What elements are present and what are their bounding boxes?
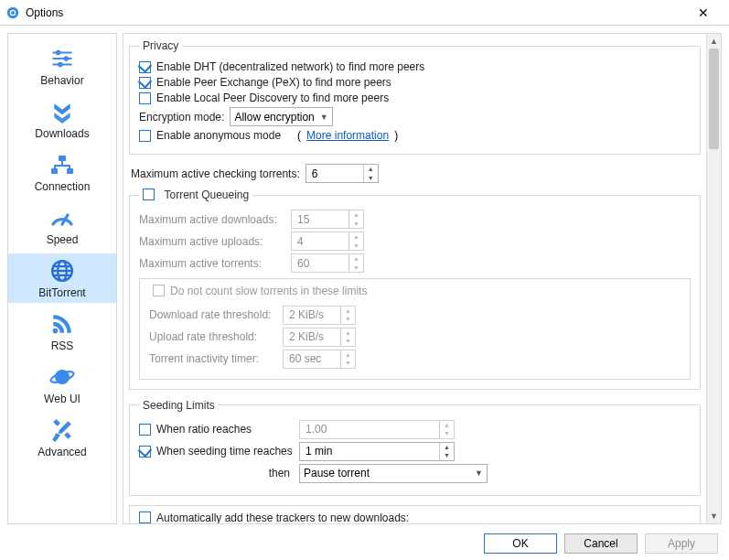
queueing-enable-checkbox[interactable]: [143, 188, 155, 200]
svg-rect-14: [54, 165, 56, 168]
sidebar-item-label: Speed: [47, 233, 79, 246]
planet-icon: [48, 363, 77, 391]
network-icon: [48, 151, 77, 178]
svg-rect-15: [69, 165, 70, 168]
seeding-time-spin[interactable]: 1 min ▲▼: [299, 442, 455, 461]
lpd-checkbox[interactable]: [139, 92, 151, 104]
spin-down-icon: ▼: [341, 359, 355, 368]
chevrons-down-icon: [48, 98, 77, 125]
cancel-button[interactable]: Cancel: [564, 533, 638, 554]
svg-point-7: [64, 56, 70, 61]
pex-label[interactable]: Enable Peer Exchange (PeX) to find more …: [156, 76, 391, 89]
paren-open: (: [297, 129, 301, 142]
close-button[interactable]: ✕: [683, 0, 724, 26]
scroll-up-icon[interactable]: ▲: [707, 34, 721, 48]
svg-rect-11: [67, 168, 73, 174]
max-checking-spin[interactable]: 6 ▲▼: [306, 164, 379, 183]
sidebar-item-behavior[interactable]: Behavior: [8, 41, 116, 91]
spin-up-icon: ▲: [349, 210, 363, 220]
spin-down-icon[interactable]: ▼: [364, 174, 378, 183]
vertical-scrollbar[interactable]: ▲ ▼: [706, 34, 721, 523]
inactivity-spin: 60 sec ▲▼: [283, 350, 356, 369]
group-legend: Seeding Limits: [139, 399, 219, 412]
sidebar-item-speed[interactable]: Speed: [8, 200, 116, 250]
svg-point-20: [53, 328, 59, 334]
spin-down-icon: ▼: [440, 429, 454, 438]
settings-panel: Privacy Enable DHT (decentralized networ…: [123, 33, 722, 524]
ratio-label[interactable]: When ratio reaches: [156, 423, 294, 436]
spin-up-icon: ▲: [341, 328, 355, 338]
svg-point-8: [58, 62, 63, 68]
spin-up-icon: ▲: [349, 254, 363, 264]
auto-trackers-group: Automatically add these trackers to new …: [129, 505, 701, 524]
pex-checkbox[interactable]: [139, 77, 151, 89]
group-legend: Privacy: [139, 39, 182, 52]
then-action-select[interactable]: Pause torrent ▼: [299, 464, 488, 483]
sidebar-item-downloads[interactable]: Downloads: [8, 94, 116, 144]
max-downloads-spin: 15 ▲▼: [291, 210, 364, 229]
spin-down-icon: ▼: [349, 264, 363, 273]
spin-down-icon: ▼: [341, 315, 355, 324]
dht-label[interactable]: Enable DHT (decentralized network) to fi…: [156, 60, 424, 73]
spin-down-icon: ▼: [349, 220, 363, 229]
spin-value: 1.00: [306, 423, 327, 436]
seeding-limits-group: Seeding Limits When ratio reaches 1.00 ▲…: [129, 399, 701, 496]
ratio-spin: 1.00 ▲▼: [299, 420, 455, 439]
window-title: Options: [26, 6, 63, 19]
anonymous-mode-info-link[interactable]: More information: [306, 129, 389, 142]
app-icon: [5, 5, 20, 20]
seeding-time-checkbox[interactable]: [139, 446, 151, 458]
spin-value: 2 KiB/s: [289, 330, 324, 343]
max-torrents-spin: 60 ▲▼: [291, 253, 364, 273]
anonymous-mode-checkbox[interactable]: [139, 130, 151, 142]
seeding-time-label[interactable]: When seeding time reaches: [156, 445, 294, 458]
sidebar-item-label: Behavior: [40, 74, 83, 87]
sidebar-item-bittorrent[interactable]: BitTorrent: [8, 253, 116, 303]
privacy-group: Privacy Enable DHT (decentralized networ…: [129, 39, 701, 155]
sliders-icon: [48, 45, 77, 72]
sidebar-item-label: Advanced: [38, 446, 86, 458]
max-torrents-label: Maximum active torrents:: [139, 257, 285, 270]
auto-trackers-checkbox[interactable]: [139, 512, 151, 523]
max-checking-label: Maximum active checking torrents:: [131, 167, 300, 180]
gauge-icon: [48, 204, 77, 232]
spin-up-icon: ▲: [341, 350, 355, 360]
sidebar-item-webui[interactable]: Web UI: [8, 360, 116, 409]
spin-value: 1 min: [306, 445, 332, 458]
tools-icon: [48, 416, 77, 444]
spin-value: 4: [297, 235, 304, 248]
spin-up-icon[interactable]: ▲: [440, 443, 454, 452]
slow-torrents-subgroup: Do not count slow torrents in these limi…: [139, 278, 691, 380]
sidebar-item-rss[interactable]: RSS: [8, 307, 116, 356]
scroll-down-icon[interactable]: ▼: [707, 509, 721, 523]
chevron-down-icon: ▼: [469, 468, 483, 478]
select-value: Pause torrent: [304, 467, 370, 479]
scroll-thumb[interactable]: [709, 48, 719, 149]
anonymous-mode-label[interactable]: Enable anonymous mode: [156, 129, 281, 142]
lpd-label[interactable]: Enable Local Peer Discovery to find more…: [156, 92, 389, 104]
ratio-checkbox[interactable]: [139, 424, 151, 436]
sidebar-item-label: Downloads: [35, 127, 89, 140]
sidebar-item-advanced[interactable]: Advanced: [8, 413, 116, 462]
title-bar: Options ✕: [0, 0, 729, 26]
apply-button: Apply: [645, 533, 718, 554]
spin-value: 6: [312, 167, 318, 180]
scroll-track[interactable]: [707, 48, 721, 509]
sidebar-item-connection[interactable]: Connection: [8, 147, 116, 197]
queueing-legend-label[interactable]: Torrent Queueing: [164, 188, 249, 201]
svg-point-2: [11, 11, 15, 15]
svg-rect-12: [61, 161, 63, 165]
max-downloads-label: Maximum active downloads:: [139, 213, 285, 226]
sidebar-item-label: BitTorrent: [38, 286, 85, 299]
svg-rect-10: [51, 168, 58, 174]
slow-torrents-label: Do not count slow torrents in these limi…: [170, 285, 367, 297]
encryption-mode-select[interactable]: Allow encryption ▼: [230, 107, 332, 126]
encryption-mode-label: Encryption mode:: [139, 111, 224, 124]
spin-value: 2 KiB/s: [289, 308, 324, 321]
spin-down-icon[interactable]: ▼: [440, 451, 454, 460]
svg-point-6: [56, 50, 61, 56]
dht-checkbox[interactable]: [139, 61, 151, 73]
spin-up-icon[interactable]: ▲: [364, 165, 378, 174]
auto-trackers-label[interactable]: Automatically add these trackers to new …: [156, 512, 409, 524]
ok-button[interactable]: OK: [484, 533, 557, 554]
